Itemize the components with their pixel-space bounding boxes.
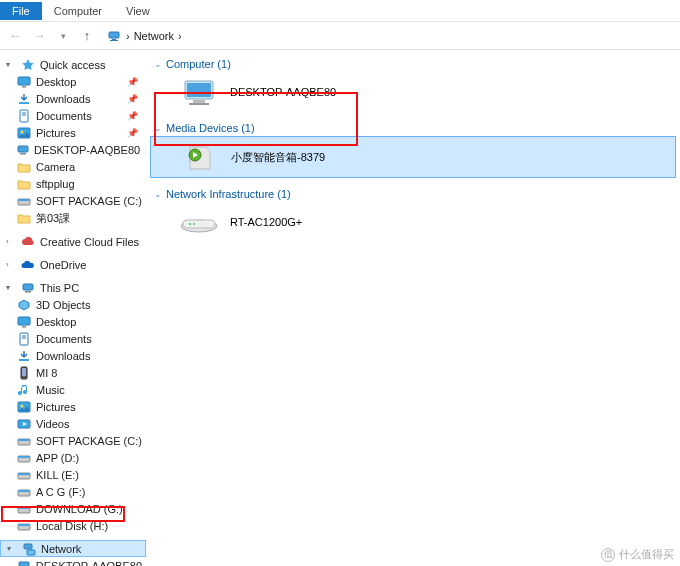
group-header[interactable]: ⌄Computer (1) <box>150 56 676 72</box>
network-item[interactable]: 小度智能音箱-8379 <box>150 136 676 178</box>
watermark: 值 什么值得买 <box>601 547 674 562</box>
svg-rect-50 <box>183 220 215 228</box>
folder-icon <box>16 211 32 225</box>
pc-icon <box>16 143 30 157</box>
group-header[interactable]: ⌄Network Infrastructure (1) <box>150 186 676 202</box>
network-item[interactable]: DESKTOP-AAQBE80 <box>150 72 676 112</box>
content-pane: ⌄Computer (1)DESKTOP-AAQBE80⌄Media Devic… <box>146 50 680 566</box>
phone-icon <box>16 366 32 380</box>
cloud-icon <box>20 235 36 249</box>
svg-rect-37 <box>18 507 30 509</box>
group-title: Network Infrastructure (1) <box>166 188 291 200</box>
tree-label: Pictures <box>36 127 76 139</box>
tree-item-pc[interactable]: DOWNLOAD (G:) <box>0 500 146 517</box>
tree-label: Local Disk (H:) <box>36 520 108 532</box>
tree-item-pc[interactable]: MI 8 <box>0 364 146 381</box>
up-button[interactable]: ↑ <box>78 27 96 45</box>
pictures-icon <box>16 126 32 140</box>
chevron-down-icon: ▾ <box>7 544 17 553</box>
tree-label: 第03課 <box>36 211 70 226</box>
tree-item-quick[interactable]: Desktop📌 <box>0 73 146 90</box>
item-label: DESKTOP-AAQBE80 <box>230 86 336 98</box>
svg-rect-33 <box>18 473 30 475</box>
tree-item-pc[interactable]: Videos <box>0 415 146 432</box>
tree-item-pc[interactable]: Downloads <box>0 347 146 364</box>
tree-item-pc[interactable]: KILL (E:) <box>0 466 146 483</box>
desktop-icon <box>16 75 32 89</box>
tree-network[interactable]: ▾ Network <box>0 540 146 557</box>
tab-file[interactable]: File <box>0 2 42 20</box>
svg-rect-15 <box>23 284 33 290</box>
star-icon <box>20 58 36 72</box>
chevron-down-icon: ⌄ <box>154 59 162 69</box>
tree-item-pc[interactable]: A C G (F:) <box>0 483 146 500</box>
tree-item-net[interactable]: DESKTOP-AAQBE80 <box>0 557 146 566</box>
svg-rect-5 <box>19 102 29 104</box>
tree-item-pc[interactable]: Documents <box>0 330 146 347</box>
tree-label: SOFT PACKAGE (C:) <box>36 195 142 207</box>
tree-item-pc[interactable]: Pictures <box>0 398 146 415</box>
svg-rect-12 <box>20 153 26 155</box>
router-icon <box>178 206 220 238</box>
tree-label: Camera <box>36 161 75 173</box>
pin-icon: 📌 <box>127 94 142 104</box>
pin-icon: 📌 <box>127 128 142 138</box>
svg-rect-0 <box>109 32 119 38</box>
svg-point-52 <box>193 223 195 225</box>
tree-item-quick[interactable]: Documents📌 <box>0 107 146 124</box>
pc-icon <box>20 281 36 295</box>
network-item[interactable]: RT-AC1200G+ <box>150 202 676 242</box>
address-bar[interactable]: › Network › <box>106 28 182 44</box>
svg-rect-11 <box>18 146 28 152</box>
videos-icon <box>16 417 32 431</box>
chevron-right-icon: › <box>6 260 16 269</box>
downloads-icon <box>16 92 32 106</box>
tree-item-quick[interactable]: Downloads📌 <box>0 90 146 107</box>
tree-item-pc[interactable]: 3D Objects <box>0 296 146 313</box>
folder-icon <box>16 160 32 174</box>
svg-rect-17 <box>18 317 30 325</box>
tree-label: Desktop <box>36 316 76 328</box>
tree-item-quick[interactable]: DESKTOP-AAQBE80📌 <box>0 141 146 158</box>
svg-rect-46 <box>193 100 205 103</box>
tree-creative-cloud[interactable]: › Creative Cloud Files <box>0 233 146 250</box>
tree-item-quick[interactable]: SOFT PACKAGE (C:) <box>0 192 146 209</box>
tree-label: This PC <box>40 282 79 294</box>
breadcrumb-sep: › <box>178 30 182 42</box>
svg-rect-2 <box>110 40 118 41</box>
tab-computer[interactable]: Computer <box>42 2 114 20</box>
tree-item-pc[interactable]: Music <box>0 381 146 398</box>
tree-label: Quick access <box>40 59 105 71</box>
forward-button[interactable]: → <box>30 27 48 45</box>
tab-view[interactable]: View <box>114 2 162 20</box>
tree-label: Music <box>36 384 65 396</box>
tree-item-pc[interactable]: Local Disk (H:) <box>0 517 146 534</box>
svg-rect-29 <box>18 439 30 441</box>
group-header[interactable]: ⌄Media Devices (1) <box>150 120 676 136</box>
back-button[interactable]: ← <box>6 27 24 45</box>
tree-this-pc[interactable]: ▾ This PC <box>0 279 146 296</box>
documents-icon <box>16 109 32 123</box>
recent-dropdown[interactable]: ▾ <box>54 27 72 45</box>
breadcrumb-network[interactable]: Network <box>134 30 174 42</box>
tree-quick-access[interactable]: ▾ Quick access <box>0 56 146 73</box>
tree-item-quick[interactable]: Pictures📌 <box>0 124 146 141</box>
tree-label: OneDrive <box>40 259 86 271</box>
tree-item-pc[interactable]: SOFT PACKAGE (C:) <box>0 432 146 449</box>
tree-item-quick[interactable]: 第03課 <box>0 209 146 227</box>
downloads-icon <box>16 349 32 363</box>
drive-icon <box>16 485 32 499</box>
chevron-down-icon: ▾ <box>6 283 16 292</box>
pin-icon: 📌 <box>127 77 142 87</box>
tree-onedrive[interactable]: › OneDrive <box>0 256 146 273</box>
tree-label: MI 8 <box>36 367 57 379</box>
drive-icon <box>16 519 32 533</box>
svg-point-51 <box>189 223 191 225</box>
svg-rect-45 <box>187 83 211 97</box>
tree-item-pc[interactable]: Desktop <box>0 313 146 330</box>
item-label: RT-AC1200G+ <box>230 216 302 228</box>
tree-item-quick[interactable]: Camera <box>0 158 146 175</box>
tree-item-pc[interactable]: APP (D:) <box>0 449 146 466</box>
network-icon <box>21 542 37 556</box>
tree-item-quick[interactable]: sftpplug <box>0 175 146 192</box>
